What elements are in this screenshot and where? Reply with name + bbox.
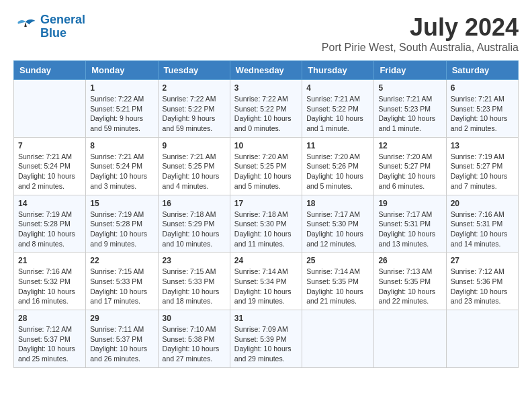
day-number: 15 (90, 199, 153, 208)
day-number: 28 (18, 314, 81, 323)
calendar-cell: 30Sunrise: 7:10 AM Sunset: 5:38 PM Dayli… (158, 310, 230, 368)
day-info: Sunrise: 7:19 AM Sunset: 5:28 PM Dayligh… (90, 210, 153, 249)
day-number: 31 (234, 314, 298, 323)
calendar-cell: 22Sunrise: 7:15 AM Sunset: 5:33 PM Dayli… (86, 253, 158, 310)
day-info: Sunrise: 7:09 AM Sunset: 5:39 PM Dayligh… (234, 324, 298, 364)
calendar-cell: 21Sunrise: 7:16 AM Sunset: 5:32 PM Dayli… (14, 253, 86, 310)
calendar-cell: 14Sunrise: 7:19 AM Sunset: 5:28 PM Dayli… (14, 195, 86, 253)
day-number: 16 (163, 199, 226, 208)
day-number: 8 (90, 141, 153, 150)
day-number: 10 (234, 141, 298, 150)
day-info: Sunrise: 7:19 AM Sunset: 5:28 PM Dayligh… (18, 210, 81, 249)
day-number: 5 (378, 83, 441, 93)
day-number: 7 (18, 141, 81, 150)
day-info: Sunrise: 7:15 AM Sunset: 5:33 PM Dayligh… (163, 267, 226, 306)
calendar-cell: 1Sunrise: 7:22 AM Sunset: 5:21 PM Daylig… (86, 80, 158, 138)
day-number: 26 (378, 256, 441, 265)
column-header-monday: Monday (86, 61, 158, 80)
day-info: Sunrise: 7:16 AM Sunset: 5:31 PM Dayligh… (451, 210, 514, 249)
day-number: 21 (18, 256, 81, 265)
day-number: 17 (234, 199, 298, 208)
calendar-cell: 16Sunrise: 7:18 AM Sunset: 5:29 PM Dayli… (158, 195, 230, 253)
calendar-cell (374, 310, 446, 368)
column-header-tuesday: Tuesday (158, 61, 230, 80)
day-number: 4 (306, 83, 369, 93)
calendar-cell (446, 310, 518, 368)
week-row-3: 14Sunrise: 7:19 AM Sunset: 5:28 PM Dayli… (14, 195, 519, 253)
calendar-cell: 26Sunrise: 7:13 AM Sunset: 5:35 PM Dayli… (374, 253, 446, 310)
day-info: Sunrise: 7:20 AM Sunset: 5:25 PM Dayligh… (234, 152, 298, 191)
calendar-cell: 7Sunrise: 7:21 AM Sunset: 5:24 PM Daylig… (14, 137, 86, 195)
day-info: Sunrise: 7:18 AM Sunset: 5:30 PM Dayligh… (234, 210, 298, 249)
calendar-cell: 6Sunrise: 7:21 AM Sunset: 5:23 PM Daylig… (446, 80, 518, 138)
logo-line1: General (40, 13, 85, 26)
day-info: Sunrise: 7:22 AM Sunset: 5:22 PM Dayligh… (163, 94, 226, 134)
logo-line2: Blue (40, 27, 85, 40)
calendar-cell: 24Sunrise: 7:14 AM Sunset: 5:34 PM Dayli… (230, 253, 302, 310)
column-header-saturday: Saturday (446, 61, 518, 80)
calendar-cell: 2Sunrise: 7:22 AM Sunset: 5:22 PM Daylig… (158, 80, 230, 138)
day-info: Sunrise: 7:19 AM Sunset: 5:27 PM Dayligh… (451, 152, 514, 191)
calendar-cell (302, 310, 374, 368)
day-info: Sunrise: 7:13 AM Sunset: 5:35 PM Dayligh… (378, 267, 441, 306)
calendar-cell: 29Sunrise: 7:11 AM Sunset: 5:37 PM Dayli… (86, 310, 158, 368)
title-block: July 2024 Port Pirie West, South Austral… (322, 13, 519, 54)
calendar-cell: 11Sunrise: 7:20 AM Sunset: 5:26 PM Dayli… (302, 137, 374, 195)
day-info: Sunrise: 7:11 AM Sunset: 5:37 PM Dayligh… (90, 324, 153, 364)
calendar-cell: 28Sunrise: 7:12 AM Sunset: 5:37 PM Dayli… (14, 310, 86, 368)
calendar-cell: 10Sunrise: 7:20 AM Sunset: 5:25 PM Dayli… (230, 137, 302, 195)
day-number: 23 (163, 256, 226, 265)
day-number: 14 (18, 199, 81, 208)
day-number: 12 (378, 141, 441, 150)
day-number: 1 (90, 83, 153, 93)
day-number: 27 (451, 256, 514, 265)
page-header: General Blue July 2024 Port Pirie West, … (13, 13, 519, 54)
calendar-cell: 3Sunrise: 7:22 AM Sunset: 5:22 PM Daylig… (230, 80, 302, 138)
day-info: Sunrise: 7:22 AM Sunset: 5:21 PM Dayligh… (90, 94, 153, 134)
day-info: Sunrise: 7:21 AM Sunset: 5:24 PM Dayligh… (18, 152, 81, 191)
day-number: 9 (163, 141, 226, 150)
day-info: Sunrise: 7:15 AM Sunset: 5:33 PM Dayligh… (90, 267, 153, 306)
month-title: July 2024 (322, 13, 519, 42)
day-info: Sunrise: 7:21 AM Sunset: 5:23 PM Dayligh… (451, 94, 514, 134)
day-info: Sunrise: 7:10 AM Sunset: 5:38 PM Dayligh… (163, 324, 226, 364)
calendar-cell: 19Sunrise: 7:17 AM Sunset: 5:31 PM Dayli… (374, 195, 446, 253)
day-number: 20 (451, 199, 514, 208)
column-header-friday: Friday (374, 61, 446, 80)
calendar-header-row: SundayMondayTuesdayWednesdayThursdayFrid… (14, 61, 519, 80)
day-info: Sunrise: 7:12 AM Sunset: 5:37 PM Dayligh… (18, 324, 81, 364)
day-number: 18 (306, 199, 369, 208)
calendar-cell: 4Sunrise: 7:21 AM Sunset: 5:22 PM Daylig… (302, 80, 374, 138)
day-info: Sunrise: 7:16 AM Sunset: 5:32 PM Dayligh… (18, 267, 81, 306)
calendar-cell: 13Sunrise: 7:19 AM Sunset: 5:27 PM Dayli… (446, 137, 518, 195)
calendar-cell: 25Sunrise: 7:14 AM Sunset: 5:35 PM Dayli… (302, 253, 374, 310)
calendar-cell: 31Sunrise: 7:09 AM Sunset: 5:39 PM Dayli… (230, 310, 302, 368)
logo-bird-icon (13, 17, 38, 37)
day-info: Sunrise: 7:12 AM Sunset: 5:36 PM Dayligh… (451, 267, 514, 306)
column-header-thursday: Thursday (302, 61, 374, 80)
column-header-wednesday: Wednesday (230, 61, 302, 80)
day-number: 29 (90, 314, 153, 323)
day-number: 2 (163, 83, 226, 93)
location-title: Port Pirie West, South Australia, Austra… (322, 42, 519, 54)
day-info: Sunrise: 7:22 AM Sunset: 5:22 PM Dayligh… (234, 94, 298, 134)
day-info: Sunrise: 7:21 AM Sunset: 5:22 PM Dayligh… (306, 94, 369, 134)
calendar-cell: 8Sunrise: 7:21 AM Sunset: 5:24 PM Daylig… (86, 137, 158, 195)
day-number: 25 (306, 256, 369, 265)
day-number: 30 (163, 314, 226, 323)
calendar-cell: 15Sunrise: 7:19 AM Sunset: 5:28 PM Dayli… (86, 195, 158, 253)
column-header-sunday: Sunday (14, 61, 86, 80)
day-number: 3 (234, 83, 298, 93)
day-info: Sunrise: 7:14 AM Sunset: 5:35 PM Dayligh… (306, 267, 369, 306)
calendar-cell: 27Sunrise: 7:12 AM Sunset: 5:36 PM Dayli… (446, 253, 518, 310)
week-row-2: 7Sunrise: 7:21 AM Sunset: 5:24 PM Daylig… (14, 137, 519, 195)
calendar-cell: 20Sunrise: 7:16 AM Sunset: 5:31 PM Dayli… (446, 195, 518, 253)
calendar-cell: 5Sunrise: 7:21 AM Sunset: 5:23 PM Daylig… (374, 80, 446, 138)
calendar-cell: 12Sunrise: 7:20 AM Sunset: 5:27 PM Dayli… (374, 137, 446, 195)
day-info: Sunrise: 7:17 AM Sunset: 5:31 PM Dayligh… (378, 210, 441, 249)
day-info: Sunrise: 7:21 AM Sunset: 5:23 PM Dayligh… (378, 94, 441, 134)
calendar-cell: 17Sunrise: 7:18 AM Sunset: 5:30 PM Dayli… (230, 195, 302, 253)
day-info: Sunrise: 7:20 AM Sunset: 5:27 PM Dayligh… (378, 152, 441, 191)
day-number: 6 (451, 83, 514, 93)
day-number: 19 (378, 199, 441, 208)
